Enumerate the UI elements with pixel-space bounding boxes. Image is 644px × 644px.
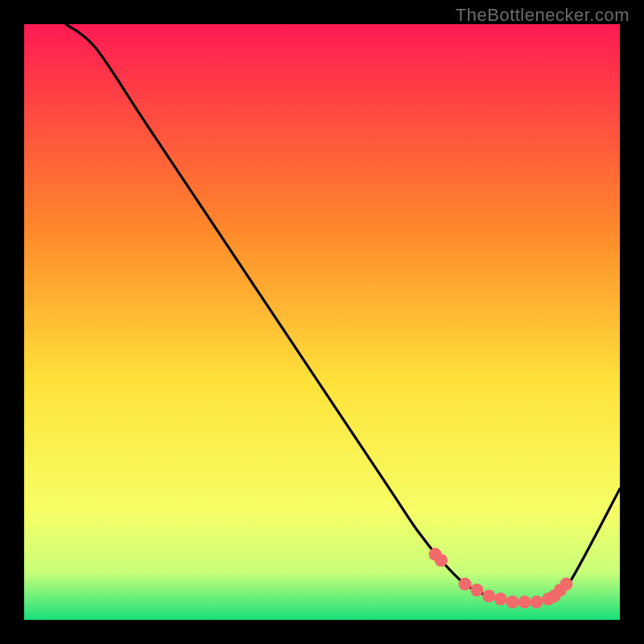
- highlight-dot: [435, 554, 448, 567]
- highlight-dot: [506, 596, 519, 609]
- highlight-dot: [518, 596, 531, 609]
- bottleneck-chart: [24, 24, 620, 620]
- watermark-text: TheBottlenecker.com: [456, 5, 630, 26]
- highlight-dot: [470, 584, 483, 597]
- highlight-dot: [494, 592, 507, 605]
- chart-frame: TheBottlenecker.com: [0, 0, 644, 644]
- highlight-dot: [530, 596, 543, 609]
- gradient-background: [24, 24, 620, 620]
- highlight-dot: [459, 578, 472, 591]
- plot-area: [24, 24, 620, 620]
- highlight-dot: [559, 578, 572, 591]
- highlight-dot: [482, 589, 495, 602]
